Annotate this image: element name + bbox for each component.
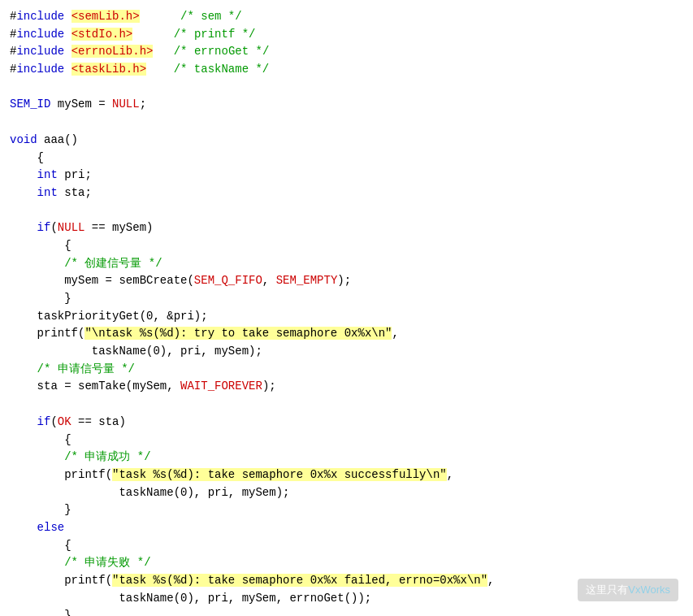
comment2: /* printf */ (174, 28, 256, 41)
string2: "task %s(%d): take semaphore 0x%x succes… (112, 468, 447, 481)
if-kw1: if (37, 221, 51, 234)
int-kw1: int (37, 168, 58, 181)
else-kw: else (37, 521, 65, 534)
if-kw2: if (37, 415, 51, 428)
null-val: NULL (112, 98, 140, 111)
comment-create: /* 创建信号量 */ (64, 257, 162, 270)
int-kw2: int (37, 186, 58, 199)
string1: "\ntask %s(%d): try to take semaphore 0x… (84, 327, 392, 340)
code-display: #include <semLib.h> /* sem */ #include <… (10, 8, 683, 616)
void-kw: void (10, 133, 37, 146)
printf1: printf( (37, 327, 85, 340)
null-cond: NULL (58, 221, 85, 234)
ok-const: OK (58, 415, 71, 428)
include-file4: <taskLib.h> (71, 63, 146, 76)
include-kw1: include (16, 10, 64, 23)
func-name: aaa() (44, 133, 78, 146)
include-kw2: include (16, 28, 64, 41)
comment4: /* taskName */ (174, 63, 270, 76)
string3: "task %s(%d): take semaphore 0x%x failed… (112, 574, 487, 587)
include-kw4: include (16, 63, 64, 76)
comment-apply: /* 申请信号量 */ (37, 362, 135, 375)
sta-var: sta; (64, 186, 92, 199)
comment1: /* sem */ (180, 10, 242, 23)
printf2: printf( (64, 468, 112, 481)
const-empty: SEM_EMPTY (276, 274, 338, 287)
pri-var: pri; (64, 168, 92, 181)
comment3: /* errnoGet */ (174, 45, 270, 58)
const-wait: WAIT_FOREVER (180, 380, 262, 393)
const-fifo: SEM_Q_FIFO (194, 274, 262, 287)
include-file1: <semLib.h> (71, 10, 140, 23)
printf3: printf( (64, 574, 112, 587)
include-kw3: include (16, 45, 64, 58)
mysem-var: mySem (58, 98, 92, 111)
include-file2: <stdIo.h> (71, 28, 133, 41)
comment-fail: /* 申请失败 */ (64, 556, 150, 569)
comment-success: /* 申请成功 */ (64, 450, 150, 463)
include-file3: <errnoLib.h> (71, 45, 154, 58)
semid-type: SEM_ID (10, 98, 50, 111)
